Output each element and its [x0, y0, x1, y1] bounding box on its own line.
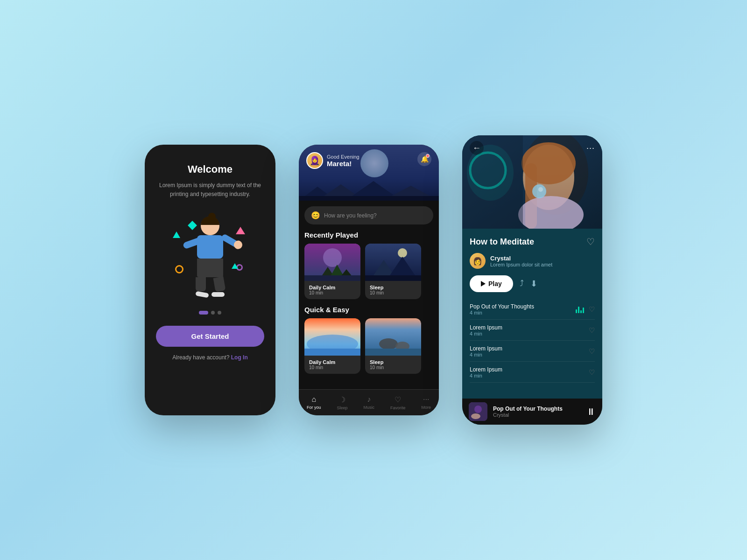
char-legs [197, 277, 223, 297]
mini-player: Pop Out of Your Thoughts Crystal ⏸ [462, 399, 602, 425]
detail-content: How to Meditate ♡ 👩 Crystal Lorem Ipsum … [462, 229, 602, 399]
track-actions-3: ♡ [589, 347, 595, 356]
nav-sleep[interactable]: ☽ Sleep [337, 395, 347, 410]
track-info-3: Lorem Ipsum 4 min [470, 345, 502, 357]
play-row: Play ⤴ ⬇ [470, 275, 595, 292]
track-item-2[interactable]: Lorem Ipsum 4 min ♡ [470, 321, 595, 341]
dot-2[interactable] [211, 311, 215, 315]
track-info-1: Pop Out of Your Thoughts 4 min [470, 303, 534, 315]
meditation-title: How to Meditate [470, 237, 534, 247]
track-heart-1[interactable]: ♡ [589, 305, 595, 314]
track-name-2: Lorem Ipsum [470, 324, 502, 331]
track-name-4: Lorem Ipsum [470, 366, 502, 373]
track-item-1[interactable]: Pop Out of Your Thoughts 4 min ♡ [470, 300, 595, 320]
card-title-daily-calm: Daily Calm [309, 285, 356, 290]
character-body [197, 217, 223, 297]
play-triangle-icon [481, 281, 486, 287]
track-heart-2[interactable]: ♡ [589, 326, 595, 335]
search-placeholder: How are you feeling? [324, 212, 377, 219]
favorite-button[interactable]: ♡ [586, 236, 595, 247]
dot-3[interactable] [218, 311, 221, 315]
card-dark-bg [365, 244, 421, 281]
card-sleep[interactable]: Sleep 10 min [365, 244, 421, 299]
user-avatar: 🧕 [306, 152, 323, 169]
nav-music[interactable]: ♪ Music [363, 395, 374, 410]
nav-label-for-you: For you [307, 405, 321, 410]
track-list: Pop Out of Your Thoughts 4 min ♡ [470, 300, 595, 383]
card-daily-calm[interactable]: Daily Calm 10 min [304, 244, 360, 299]
track-heart-3[interactable]: ♡ [589, 347, 595, 356]
artist-desc: Lorem Ipsum dolor sit amet [490, 262, 552, 267]
player-thumb-svg [469, 402, 487, 421]
welcome-title: Welcome [188, 163, 233, 175]
nav-more[interactable]: ··· More [421, 395, 431, 410]
track-info-2: Lorem Ipsum 4 min [470, 324, 502, 336]
track-name-1: Pop Out of Your Thoughts [470, 303, 534, 310]
moon-decoration [360, 149, 388, 177]
decoration-triangle-cyan [173, 231, 180, 238]
phone-detail: ← ··· How to Meditate ♡ 👩 Crystal Lorem … [462, 135, 602, 425]
notification-dot [426, 154, 430, 158]
heart-icon: ♡ [395, 395, 401, 404]
equalizer-icon [576, 306, 584, 313]
track-duration-2: 4 min [470, 331, 502, 336]
login-link[interactable]: Log In [231, 354, 248, 361]
nav-for-you[interactable]: ⌂ For you [307, 395, 321, 410]
char-leg-right [213, 277, 226, 292]
character-illustration [163, 208, 257, 301]
nav-label-sleep: Sleep [337, 406, 347, 410]
track-item-4[interactable]: Lorem Ipsum 4 min ♡ [470, 363, 595, 383]
back-button[interactable]: ← [470, 141, 484, 155]
svg-point-35 [474, 406, 482, 413]
phone-main: 🧕 Good Evening Mareta! 🔔 😊 How are you f… [299, 145, 439, 415]
svg-rect-15 [365, 275, 421, 281]
track-item-3[interactable]: Lorem Ipsum 4 min ♡ [470, 342, 595, 362]
pagination-dots [199, 311, 221, 315]
meditation-header: How to Meditate ♡ [470, 236, 595, 247]
card-purple-svg [304, 244, 360, 281]
notification-bell[interactable]: 🔔 [417, 152, 431, 166]
phones-container: Welcome Lorem Ipsum is simply dummy text… [145, 135, 602, 425]
greeting-evening: Good Evening [327, 154, 359, 160]
char-left-arm [183, 237, 202, 250]
search-emoji: 😊 [311, 211, 320, 220]
svg-point-36 [471, 413, 480, 419]
pause-button[interactable]: ⏸ [586, 406, 596, 417]
svg-rect-10 [304, 275, 360, 281]
char-bun [208, 213, 216, 220]
app-header: 🧕 Good Evening Mareta! 🔔 [299, 145, 439, 201]
svg-point-32 [538, 187, 543, 192]
music-icon: ♪ [367, 395, 371, 404]
more-button[interactable]: ··· [586, 143, 595, 153]
char-shoe-left [195, 291, 209, 298]
card-info-daily-calm: Daily Calm 10 min [304, 281, 360, 299]
recently-played-title: Recently Played [304, 231, 433, 239]
track-heart-4[interactable]: ♡ [589, 368, 595, 377]
svg-rect-18 [304, 349, 360, 356]
nav-favorite[interactable]: ♡ Favorite [390, 395, 406, 410]
player-track-title: Pop Out of Your Thoughts [493, 406, 581, 412]
download-icon[interactable]: ⬇ [530, 279, 537, 289]
play-button[interactable]: Play [470, 275, 513, 292]
login-prompt-text: Already have account? [172, 354, 229, 361]
card-info-sleep-2: Sleep 10 min [365, 356, 421, 374]
svg-rect-4 [299, 196, 439, 201]
dot-1[interactable] [199, 311, 208, 315]
card-duration-daily-calm-2: 10 min [309, 365, 356, 370]
card-info-daily-calm-2: Daily Calm 10 min [304, 356, 360, 374]
card-daily-calm-2[interactable]: Daily Calm 10 min [304, 318, 360, 374]
char-hand [233, 239, 244, 251]
track-actions-1: ♡ [576, 305, 595, 314]
user-info: 🧕 Good Evening Mareta! [306, 152, 359, 169]
card-sleep-2[interactable]: Sleep 10 min [365, 318, 421, 374]
card-info-sleep: Sleep 10 min [365, 281, 421, 299]
track-duration-3: 4 min [470, 352, 502, 357]
moon-icon: ☽ [339, 395, 345, 404]
char-pants [197, 259, 223, 277]
welcome-subtitle: Lorem Ipsum is simply dummy text of the … [156, 181, 264, 199]
hero-image: ← ··· [462, 135, 602, 229]
track-duration-1: 4 min [470, 310, 534, 315]
search-bar[interactable]: 😊 How are you feeling? [304, 206, 433, 224]
get-started-button[interactable]: Get Started [156, 326, 264, 347]
share-icon[interactable]: ⤴ [520, 279, 524, 289]
